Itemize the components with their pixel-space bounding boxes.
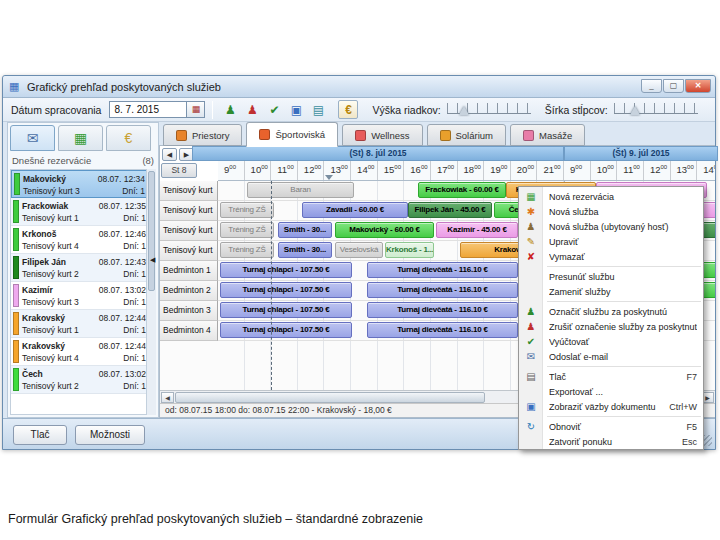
unmark-provided-icon[interactable]: ♟ [242,100,262,119]
reservation-days: Dní: 1 [123,380,146,392]
menu-separator [547,301,701,302]
reservation-line2: Tenisový kurt 1Dní: 1 [22,212,146,224]
menu-item[interactable]: Zameniť služby [519,284,703,299]
menu-item[interactable]: ▣Zobraziť väzby dokumentuCtrl+W [519,399,703,414]
menu-item[interactable]: ✉Odoslať e-mail [519,349,703,364]
reservation-item[interactable]: Krkonoš08.07. 12:46Tenisový kurt 4Dní: 1 [11,226,149,254]
table-icon[interactable]: ▤ [308,100,328,119]
slider-thumb[interactable] [459,106,469,115]
booking-block[interactable]: Tréning ZŠ [220,242,274,258]
slider-thumb[interactable] [630,106,640,115]
menu-item[interactable]: ↻ObnoviťF5 [519,419,703,434]
menu-item-label: Vymazať [549,252,697,262]
prices-icon[interactable]: € [338,100,358,119]
booking-block[interactable]: Kazimír - 45.00 € [436,222,518,238]
maximize-button[interactable]: ▢ [663,79,684,93]
scroll-left-icon[interactable]: ◀ [161,392,174,403]
tab-priestory[interactable]: Priestory [163,124,242,146]
menu-item[interactable]: ✔Vyúčtovať [519,334,703,349]
close-button[interactable]: ✕ [685,79,711,93]
tab-športoviská[interactable]: Športoviská [246,122,338,147]
menu-item[interactable]: ✎Upraviť [519,234,703,249]
booking-block[interactable]: Smith - 30... [278,242,332,258]
menu-item[interactable]: Zatvoriť ponukuEsc [519,434,703,449]
doc-links-icon[interactable]: ▣ [286,100,306,119]
tab-icon [523,130,534,141]
booking-block[interactable]: Turnaj chlapci - 107.50 € [220,282,352,298]
booking-block[interactable]: Tréning ZŠ [220,222,274,238]
booking-block[interactable]: Turnaj dievčatá - 116.10 € [367,302,518,318]
menu-item[interactable]: ♟Nová služba (ubytovaný hosť) [519,219,703,234]
tab-masáže[interactable]: Masáže [510,124,585,146]
booking-block[interactable]: Turnaj dievčatá - 116.10 € [367,322,518,338]
tab-wellness[interactable]: Wellness [342,124,422,146]
sidebar-cash-tab[interactable]: € [106,125,151,151]
menu-item[interactable]: ♟Zrušiť označenie služby za poskytnutú [519,319,703,334]
reservation-name: Filipek Ján [22,256,66,268]
reservation-time: 08.07. 12:44 [99,312,146,324]
titlebar[interactable]: ▦ Grafický prehľad poskytovaných služieb… [3,76,715,98]
tab-label: Wellness [371,130,409,141]
col-width-slider[interactable] [614,102,698,117]
hour-tick: 1400 [351,161,378,181]
booking-block[interactable]: Frackowiak - 60.00 € [418,182,506,198]
checkout-icon[interactable]: ✔ [264,100,284,119]
menu-item[interactable]: ✘Vymazať [519,249,703,264]
prev-day-button[interactable]: ◀ [162,148,177,161]
booking-block[interactable]: Makovický - 60.00 € [335,222,434,238]
date-input[interactable]: 8. 7. 2015 [109,101,187,118]
tab-solárium[interactable]: Solárium [427,124,507,146]
booking-block[interactable]: Krkonoš - 1... [385,242,434,258]
booking-block[interactable]: Turnaj dievčatá - 116.10 € [367,282,518,298]
reservation-item[interactable]: Makovický08.07. 12:34Tenisový kurt 3Dní:… [11,170,149,198]
reservation-item[interactable]: Kazimír08.07. 13:02Tenisový kurt 3Dní: 1 [11,282,149,310]
menu-item-label: Tlač [549,372,686,382]
booking-block[interactable]: Turnaj chlapci - 107.50 € [220,322,352,338]
hour-tick: 2100 [537,161,564,181]
reservation-time: 08.07. 12:35 [99,200,146,212]
booking-block[interactable]: Turnaj dievčatá - 116.10 € [367,262,518,278]
current-day-button[interactable]: St 8 [161,163,197,178]
menu-item[interactable]: Presunúť službu [519,269,703,284]
hour-header: 9001000110012001300140015001600170018001… [218,161,715,181]
menu-item[interactable]: ▤TlačF7 [519,369,703,384]
reservation-item[interactable]: Čech08.07. 13:02Tenisový kurt 2Dní: 1 [11,366,149,394]
reservation-service: Tenisový kurt 1 [22,212,79,224]
menu-item[interactable]: ▦Nová rezervácia [519,189,703,204]
menu-separator [547,416,701,417]
scrollbar-thumb[interactable] [175,392,485,403]
current-time-line [271,181,272,390]
booking-block[interactable]: Smith - 30... [278,222,332,238]
booking-block[interactable]: Filipek Ján - 45.00 € [408,202,492,218]
print-button[interactable]: Tlač [13,425,67,445]
booking-block[interactable]: Turnaj chlapci - 107.50 € [220,302,352,318]
booking-block[interactable]: Tréning ZŠ [220,202,274,218]
splitter-collapse-icon[interactable]: ◀ [150,256,155,264]
menu-item[interactable]: ♟Označiť službu za poskytnutú [519,304,703,319]
sidebar-mail-tab[interactable]: ✉ [10,125,55,151]
reservation-name: Kazimír [22,284,53,296]
reservation-line2: Tenisový kurt 3Dní: 1 [23,185,145,197]
reservation-item[interactable]: Filipek Ján08.07. 12:43Tenisový kurt 2Dn… [11,254,149,282]
menu-item-shortcut: F7 [686,372,697,382]
hour-tick: 1700 [431,161,458,181]
menu-item[interactable]: Exportovať ... [519,384,703,399]
row-height-slider[interactable] [447,102,531,117]
menu-item[interactable]: ✱Nová služba [519,204,703,219]
booking-block[interactable]: Baran [247,182,354,198]
caption-text: Formulár Grafický prehľad poskytovaných … [8,512,423,526]
options-button[interactable]: Možnosti [75,425,145,445]
calendar-button[interactable]: ▦ [187,101,205,118]
sidebar-scrollbar[interactable] [146,169,156,415]
booking-block[interactable]: Zavadil - 60.00 € [302,202,408,218]
booking-block[interactable]: Veselovská [335,242,383,258]
minimize-button[interactable]: _ [641,79,662,93]
reservation-item[interactable]: Frackowiak08.07. 12:35Tenisový kurt 1Dní… [11,198,149,226]
sidebar-grid-tab[interactable]: ▦ [58,125,103,151]
reservation-item[interactable]: Krakovský08.07. 12:44Tenisový kurt 4Dní:… [11,338,149,366]
mark-provided-icon[interactable]: ♟ [220,100,240,119]
reservation-color-bar [13,340,19,363]
reservation-name: Krakovský [22,340,65,352]
booking-block[interactable]: Turnaj chlapci - 107.50 € [220,262,352,278]
reservation-item[interactable]: Krakovský08.07. 12:44Tenisový kurt 1Dní:… [11,310,149,338]
